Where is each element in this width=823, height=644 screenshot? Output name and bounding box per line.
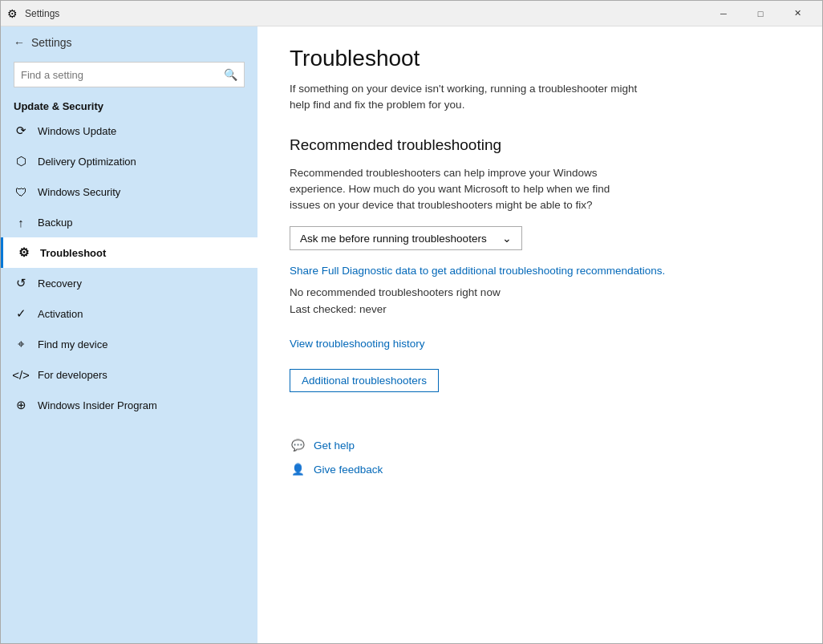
- get-help-label: Get help: [314, 439, 355, 452]
- window-content: ← Settings 🔍 Update & Security ⟳ Windows…: [1, 26, 822, 643]
- last-checked-text: Last checked: never: [290, 303, 790, 315]
- backup-icon: ↑: [14, 215, 28, 229]
- sidebar-label-windows-update: Windows Update: [38, 125, 116, 137]
- troubleshooters-dropdown[interactable]: Ask me before running troubleshooters ⌄: [290, 226, 522, 250]
- sidebar-section-title: Update & Security: [1, 94, 257, 115]
- settings-window: ⚙ Settings ─ □ ✕ ← Settings 🔍 Update & S…: [0, 0, 823, 644]
- sidebar-item-find-my-device[interactable]: ⌖ Find my device: [1, 329, 257, 359]
- sidebar-label-windows-security: Windows Security: [38, 186, 120, 198]
- chevron-down-icon: ⌄: [502, 232, 512, 245]
- sidebar-item-delivery-optimization[interactable]: ⬡ Delivery Optimization: [1, 146, 257, 176]
- find-my-device-icon: ⌖: [14, 337, 28, 351]
- window-title: Settings: [25, 8, 705, 19]
- recovery-icon: ↺: [14, 276, 28, 290]
- sidebar-label-find-my-device: Find my device: [38, 338, 107, 350]
- get-help-link[interactable]: 💬 Get help: [290, 437, 790, 453]
- no-troubleshooters-text: No recommended troubleshooters right now: [290, 286, 790, 298]
- sidebar-item-recovery[interactable]: ↺ Recovery: [1, 268, 257, 298]
- windows-insider-icon: ⊕: [14, 398, 28, 412]
- share-diagnostic-link[interactable]: Share Full Diagnostic data to get additi…: [290, 265, 790, 277]
- windows-update-icon: ⟳: [14, 124, 28, 138]
- give-feedback-icon: 👤: [290, 461, 306, 477]
- sidebar-item-troubleshoot[interactable]: ⚙ Troubleshoot: [1, 237, 257, 268]
- close-button[interactable]: ✕: [779, 1, 816, 26]
- search-icon: 🔍: [224, 68, 237, 81]
- recommended-section-title: Recommended troubleshooting: [290, 136, 790, 154]
- recommended-desc: Recommended troubleshooters can help imp…: [290, 165, 643, 214]
- sidebar-item-backup[interactable]: ↑ Backup: [1, 207, 257, 237]
- windows-security-icon: 🛡: [14, 184, 28, 199]
- sidebar-item-windows-security[interactable]: 🛡 Windows Security: [1, 176, 257, 207]
- window-controls: ─ □ ✕: [705, 1, 816, 26]
- sidebar-item-windows-insider[interactable]: ⊕ Windows Insider Program: [1, 390, 257, 420]
- dropdown-value: Ask me before running troubleshooters: [300, 233, 487, 245]
- give-feedback-link[interactable]: 👤 Give feedback: [290, 461, 790, 477]
- sidebar-label-delivery-optimization: Delivery Optimization: [38, 156, 136, 168]
- activation-icon: ✓: [14, 306, 28, 321]
- view-history-link[interactable]: View troubleshooting history: [290, 338, 790, 350]
- main-content: Troubleshoot If something on your device…: [257, 26, 822, 643]
- sidebar-item-for-developers[interactable]: </> For developers: [1, 359, 257, 390]
- get-help-icon: 💬: [290, 437, 306, 453]
- page-title: Troubleshoot: [290, 46, 790, 71]
- sidebar-label-windows-insider: Windows Insider Program: [38, 399, 157, 411]
- bottom-links: 💬 Get help 👤 Give feedback: [290, 437, 790, 477]
- sidebar-label-troubleshoot: Troubleshoot: [40, 247, 106, 259]
- sidebar-label-backup: Backup: [38, 217, 72, 229]
- back-icon: ←: [14, 36, 25, 49]
- sidebar-item-activation[interactable]: ✓ Activation: [1, 298, 257, 329]
- sidebar-item-windows-update[interactable]: ⟳ Windows Update: [1, 115, 257, 146]
- search-input[interactable]: [21, 69, 219, 81]
- give-feedback-label: Give feedback: [314, 464, 383, 476]
- page-description: If something on your device isn't workin…: [290, 81, 643, 114]
- additional-troubleshooters-button[interactable]: Additional troubleshooters: [290, 369, 439, 392]
- search-box[interactable]: 🔍: [14, 62, 245, 87]
- sidebar-label-for-developers: For developers: [38, 369, 107, 381]
- sidebar-label-recovery: Recovery: [38, 277, 82, 290]
- troubleshoot-icon: ⚙: [16, 245, 30, 260]
- titlebar: ⚙ Settings ─ □ ✕: [1, 1, 822, 26]
- maximize-button[interactable]: □: [742, 1, 779, 26]
- for-developers-icon: </>: [14, 367, 28, 382]
- sidebar-label-activation: Activation: [38, 308, 83, 320]
- sidebar: ← Settings 🔍 Update & Security ⟳ Windows…: [1, 26, 257, 643]
- settings-home-label: Settings: [31, 36, 72, 49]
- delivery-optimization-icon: ⬡: [14, 154, 28, 168]
- minimize-button[interactable]: ─: [705, 1, 742, 26]
- back-button[interactable]: ← Settings: [1, 26, 257, 59]
- settings-icon: ⚙: [7, 7, 20, 20]
